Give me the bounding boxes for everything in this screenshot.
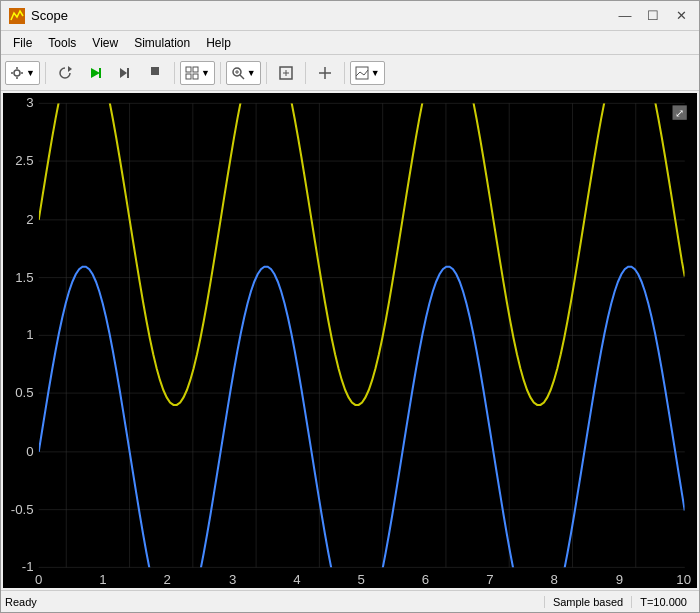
toolbar: ▼ — [1, 55, 699, 91]
svg-text:-0.5: -0.5 — [11, 502, 34, 517]
style-arrow: ▼ — [371, 68, 380, 78]
menu-simulation[interactable]: Simulation — [126, 34, 198, 52]
style-icon — [355, 66, 369, 80]
svg-point-1 — [14, 70, 20, 76]
svg-marker-9 — [120, 68, 127, 78]
menu-view[interactable]: View — [84, 34, 126, 52]
stop-icon — [148, 64, 162, 78]
restore-icon — [57, 65, 73, 81]
svg-text:2: 2 — [164, 572, 171, 587]
style-dropdown[interactable]: ▼ — [350, 61, 385, 85]
cursor-icon — [318, 66, 332, 80]
svg-text:-1: -1 — [22, 559, 34, 574]
oscilloscope-chart: 3 2.5 2 1.5 1 0.5 0 -0.5 -1 0 1 2 3 4 5 … — [3, 93, 697, 588]
separator-6 — [344, 62, 345, 84]
chart-area: 3 2.5 2 1.5 1 0.5 0 -0.5 -1 0 1 2 3 4 5 … — [3, 93, 697, 588]
menu-file[interactable]: File — [5, 34, 40, 52]
stop-button[interactable] — [141, 59, 169, 87]
settings-icon — [10, 66, 24, 80]
svg-line-26 — [356, 72, 360, 76]
status-ready: Ready — [5, 596, 544, 608]
main-window: Scope — ☐ ✕ File Tools View Simulation H… — [0, 0, 700, 613]
fit-button[interactable] — [272, 59, 300, 87]
svg-point-5 — [21, 72, 23, 74]
separator-4 — [266, 62, 267, 84]
svg-line-17 — [240, 75, 244, 79]
separator-3 — [220, 62, 221, 84]
layout-arrow: ▼ — [201, 68, 210, 78]
zoom-icon — [231, 66, 245, 80]
svg-marker-6 — [68, 66, 72, 72]
window-title: Scope — [31, 8, 68, 23]
svg-text:5: 5 — [358, 572, 365, 587]
dropdown-arrow: ▼ — [26, 68, 35, 78]
step-button[interactable] — [111, 59, 139, 87]
svg-text:3: 3 — [26, 95, 33, 110]
menu-tools[interactable]: Tools — [40, 34, 84, 52]
svg-point-2 — [16, 67, 18, 69]
title-left: Scope — [9, 8, 68, 24]
chart-container: 3 2.5 2 1.5 1 0.5 0 -0.5 -1 0 1 2 3 4 5 … — [3, 93, 697, 588]
window-controls: — ☐ ✕ — [615, 6, 691, 26]
svg-rect-11 — [151, 67, 159, 75]
svg-marker-7 — [91, 68, 100, 78]
svg-rect-12 — [186, 67, 191, 72]
menu-bar: File Tools View Simulation Help — [1, 31, 699, 55]
svg-text:10: 10 — [676, 572, 691, 587]
status-time: T=10.000 — [631, 596, 695, 608]
svg-text:⤢: ⤢ — [675, 107, 684, 119]
svg-rect-13 — [193, 67, 198, 72]
restore-button[interactable] — [51, 59, 79, 87]
svg-text:1: 1 — [99, 572, 106, 587]
status-right: Sample based T=10.000 — [544, 596, 695, 608]
play-icon — [88, 66, 102, 80]
separator-5 — [305, 62, 306, 84]
zoom-dropdown[interactable]: ▼ — [226, 61, 261, 85]
svg-text:7: 7 — [486, 572, 493, 587]
svg-text:0.5: 0.5 — [15, 385, 33, 400]
svg-text:1.5: 1.5 — [15, 270, 33, 285]
svg-text:9: 9 — [616, 572, 623, 587]
svg-point-3 — [16, 77, 18, 79]
status-bar: Ready Sample based T=10.000 — [1, 590, 699, 612]
svg-line-27 — [360, 72, 364, 75]
separator-2 — [174, 62, 175, 84]
fit-icon — [278, 65, 294, 81]
zoom-arrow: ▼ — [247, 68, 256, 78]
svg-rect-14 — [186, 74, 191, 79]
minimize-button[interactable]: — — [615, 6, 635, 26]
svg-rect-15 — [193, 74, 198, 79]
status-sample-based: Sample based — [544, 596, 631, 608]
scope-icon — [9, 8, 25, 24]
svg-text:3: 3 — [229, 572, 236, 587]
title-bar: Scope — ☐ ✕ — [1, 1, 699, 31]
close-button[interactable]: ✕ — [671, 6, 691, 26]
layout-dropdown[interactable]: ▼ — [180, 61, 215, 85]
step-icon — [118, 66, 132, 80]
svg-point-4 — [11, 72, 13, 74]
svg-text:1: 1 — [26, 327, 33, 342]
svg-text:0: 0 — [26, 444, 33, 459]
run-button[interactable] — [81, 59, 109, 87]
menu-help[interactable]: Help — [198, 34, 239, 52]
svg-text:0: 0 — [35, 572, 42, 587]
cursor-button[interactable] — [311, 59, 339, 87]
svg-text:2.5: 2.5 — [15, 153, 33, 168]
separator-1 — [45, 62, 46, 84]
svg-text:4: 4 — [293, 572, 301, 587]
svg-text:8: 8 — [550, 572, 557, 587]
maximize-button[interactable]: ☐ — [643, 6, 663, 26]
layout-icon — [185, 66, 199, 80]
svg-text:2: 2 — [26, 212, 33, 227]
settings-dropdown[interactable]: ▼ — [5, 61, 40, 85]
svg-text:6: 6 — [422, 572, 429, 587]
svg-line-28 — [364, 70, 368, 75]
